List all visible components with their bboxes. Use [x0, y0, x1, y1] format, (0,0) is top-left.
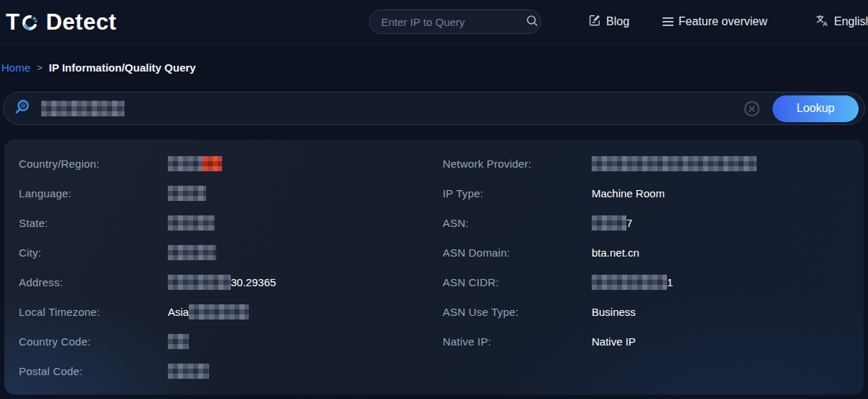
nav-blog-label: Blog [606, 15, 629, 28]
lookup-button[interactable]: Lookup [773, 95, 859, 122]
redacted-value [189, 304, 249, 319]
result-row: City: [19, 238, 424, 267]
ip-query-input[interactable] [41, 93, 743, 124]
result-label: Address: [19, 276, 168, 288]
swirl-o-icon [22, 14, 38, 33]
result-row: Network Provider: [443, 149, 855, 179]
redacted-value [41, 100, 124, 116]
translate-icon: A [815, 14, 829, 30]
value-text: Business [592, 306, 636, 318]
result-label: Postal Code: [19, 365, 168, 377]
breadcrumb-separator: > [37, 62, 43, 73]
value-text: 30.29365 [231, 276, 276, 288]
result-label: Country/Region: [19, 158, 168, 170]
results-left-column: Country/Region:Language:State:City:Addre… [19, 149, 424, 386]
breadcrumb-current-page: IP Information/Quality Query [49, 61, 196, 74]
results-right-column: Network Provider:IP Type:Machine RoomASN… [443, 149, 855, 356]
redacted-value [168, 334, 189, 349]
result-value: bta.net.cn [592, 246, 639, 259]
result-value [168, 156, 222, 171]
header-search-input[interactable] [381, 16, 525, 28]
result-value [168, 245, 216, 260]
nav-blog[interactable]: Blog [588, 12, 629, 31]
redacted-value [168, 215, 215, 231]
result-row: Country/Region: [19, 149, 424, 179]
result-value [168, 186, 206, 201]
redacted-flag [203, 156, 222, 171]
nav-language-switcher[interactable]: A English [815, 12, 868, 31]
result-row: Native IP:Native IP [443, 327, 855, 356]
breadcrumb-home-link[interactable]: Home [1, 61, 30, 74]
redacted-value [168, 156, 203, 171]
redacted-value [592, 215, 626, 231]
ip-results-panel: Country/Region:Language:State:City:Addre… [4, 140, 864, 395]
result-row: Country Code: [19, 327, 424, 356]
result-value: Machine Room [592, 187, 665, 200]
logo-text-t: T [6, 9, 20, 35]
search-icon[interactable] [525, 14, 539, 30]
result-value [168, 334, 189, 349]
result-row: State: [19, 208, 424, 238]
value-text: bta.net.cn [592, 246, 639, 259]
result-value: Asia [168, 304, 249, 319]
header-search-box[interactable] [369, 9, 541, 34]
result-value: 30.29365 [168, 275, 276, 290]
result-row: Postal Code: [19, 356, 424, 386]
result-value: 1 [592, 275, 673, 290]
result-row: ASN:7 [443, 208, 855, 238]
ip-query-bar[interactable]: Lookup [3, 92, 865, 125]
result-label: IP Type: [443, 187, 592, 200]
result-value: Native IP [592, 335, 636, 348]
result-row: IP Type:Machine Room [443, 179, 855, 208]
result-value: 7 [592, 215, 632, 231]
value-text: Machine Room [592, 187, 665, 200]
result-label: Language: [19, 187, 168, 200]
result-row: ASN Use Type:Business [443, 297, 855, 327]
value-text: 1 [667, 276, 673, 288]
result-label: Local Timezone: [19, 306, 168, 318]
nav-language-label: English [834, 15, 868, 28]
result-label: Native IP: [443, 335, 592, 348]
value-text: Native IP [592, 335, 636, 348]
redacted-value [168, 275, 231, 290]
result-label: ASN Domain: [443, 246, 592, 259]
value-text: 7 [626, 217, 632, 229]
value-text: Asia [168, 306, 189, 318]
svg-text:A: A [822, 20, 827, 27]
redacted-value [592, 275, 667, 290]
result-row: Address:30.29365 [19, 267, 424, 297]
nav-feature-overview-label: Feature overview [678, 15, 767, 28]
redacted-value [168, 245, 216, 260]
redacted-value [168, 186, 206, 201]
redacted-value [592, 156, 757, 171]
result-value [168, 364, 209, 379]
compose-icon [588, 14, 601, 30]
result-label: Network Provider: [443, 158, 592, 170]
breadcrumb: Home > IP Information/Quality Query [1, 61, 196, 74]
result-row: Local Timezone:Asia [19, 297, 424, 327]
result-label: ASN: [443, 217, 592, 229]
result-label: ASN Use Type: [443, 306, 592, 318]
header: T Detect Blog [0, 0, 868, 45]
redacted-value [168, 364, 209, 379]
result-row: ASN Domain:bta.net.cn [443, 238, 855, 267]
logo[interactable]: T Detect [6, 9, 116, 36]
result-value: Business [592, 306, 636, 318]
clear-input-icon[interactable] [743, 100, 761, 118]
logo-text-rest: Detect [46, 9, 116, 35]
result-label: ASN CIDR: [443, 276, 592, 288]
result-value [592, 156, 757, 171]
result-value [168, 215, 215, 231]
result-row: ASN CIDR:1 [443, 267, 855, 297]
result-row: Language: [19, 179, 424, 208]
menu-icon [663, 17, 673, 26]
search-icon [14, 98, 31, 119]
nav-feature-overview[interactable]: Feature overview [663, 12, 767, 31]
result-label: State: [19, 217, 168, 229]
result-label: Country Code: [19, 335, 168, 348]
result-label: City: [19, 246, 168, 259]
